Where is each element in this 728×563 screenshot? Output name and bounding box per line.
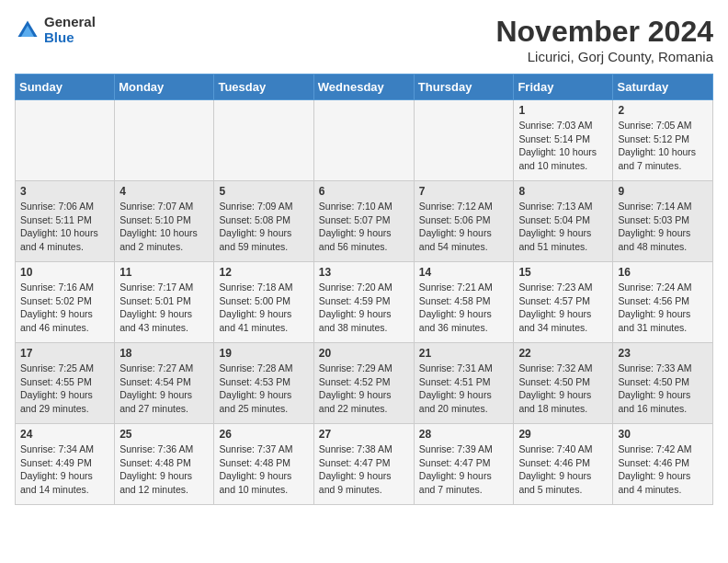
column-header-wednesday: Wednesday	[313, 75, 414, 100]
calendar-week-row: 10Sunrise: 7:16 AM Sunset: 5:02 PM Dayli…	[16, 262, 713, 343]
day-number: 5	[219, 185, 308, 198]
day-number: 19	[219, 347, 308, 360]
day-info: Sunrise: 7:20 AM Sunset: 4:59 PM Dayligh…	[319, 281, 409, 335]
day-number: 24	[20, 428, 109, 441]
table-row	[214, 100, 313, 181]
table-row: 1Sunrise: 7:03 AM Sunset: 5:14 PM Daylig…	[514, 100, 613, 181]
day-info: Sunrise: 7:10 AM Sunset: 5:07 PM Dayligh…	[319, 200, 409, 254]
calendar-week-row: 3Sunrise: 7:06 AM Sunset: 5:11 PM Daylig…	[16, 181, 713, 262]
calendar-week-row: 17Sunrise: 7:25 AM Sunset: 4:55 PM Dayli…	[16, 343, 713, 424]
day-info: Sunrise: 7:05 AM Sunset: 5:12 PM Dayligh…	[618, 119, 708, 173]
calendar-table: SundayMondayTuesdayWednesdayThursdayFrid…	[15, 74, 713, 505]
day-info: Sunrise: 7:31 AM Sunset: 4:51 PM Dayligh…	[419, 362, 509, 416]
day-info: Sunrise: 7:17 AM Sunset: 5:01 PM Dayligh…	[119, 281, 209, 335]
day-info: Sunrise: 7:25 AM Sunset: 4:55 PM Dayligh…	[20, 362, 109, 416]
table-row	[115, 100, 214, 181]
day-number: 18	[119, 347, 209, 360]
column-header-tuesday: Tuesday	[214, 75, 313, 100]
table-row: 7Sunrise: 7:12 AM Sunset: 5:06 PM Daylig…	[414, 181, 514, 262]
title-area: November 2024 Licurici, Gorj County, Rom…	[495, 15, 713, 64]
day-number: 27	[319, 428, 409, 441]
column-header-saturday: Saturday	[613, 75, 713, 100]
logo-icon	[15, 17, 40, 43]
day-number: 15	[518, 266, 608, 279]
table-row	[313, 100, 414, 181]
calendar-header-row: SundayMondayTuesdayWednesdayThursdayFrid…	[16, 75, 713, 100]
table-row: 15Sunrise: 7:23 AM Sunset: 4:57 PM Dayli…	[514, 262, 613, 343]
table-row: 21Sunrise: 7:31 AM Sunset: 4:51 PM Dayli…	[414, 343, 514, 424]
day-number: 12	[219, 266, 308, 279]
day-number: 20	[319, 347, 409, 360]
day-number: 21	[419, 347, 509, 360]
day-info: Sunrise: 7:13 AM Sunset: 5:04 PM Dayligh…	[518, 200, 608, 254]
day-info: Sunrise: 7:36 AM Sunset: 4:48 PM Dayligh…	[119, 442, 209, 497]
column-header-thursday: Thursday	[414, 75, 514, 100]
day-number: 26	[219, 428, 308, 441]
day-info: Sunrise: 7:09 AM Sunset: 5:08 PM Dayligh…	[219, 200, 308, 254]
table-row: 23Sunrise: 7:33 AM Sunset: 4:50 PM Dayli…	[613, 343, 713, 424]
table-row: 4Sunrise: 7:07 AM Sunset: 5:10 PM Daylig…	[115, 181, 214, 262]
day-info: Sunrise: 7:29 AM Sunset: 4:52 PM Dayligh…	[319, 362, 409, 416]
day-info: Sunrise: 7:33 AM Sunset: 4:50 PM Dayligh…	[618, 362, 708, 416]
day-number: 2	[618, 104, 708, 117]
day-number: 13	[319, 266, 409, 279]
table-row: 10Sunrise: 7:16 AM Sunset: 5:02 PM Dayli…	[16, 262, 115, 343]
day-info: Sunrise: 7:07 AM Sunset: 5:10 PM Dayligh…	[119, 200, 209, 254]
day-number: 11	[119, 266, 209, 279]
table-row: 19Sunrise: 7:28 AM Sunset: 4:53 PM Dayli…	[214, 343, 313, 424]
day-number: 8	[518, 185, 608, 198]
logo: General Blue	[15, 15, 96, 45]
table-row: 12Sunrise: 7:18 AM Sunset: 5:00 PM Dayli…	[214, 262, 313, 343]
day-number: 23	[618, 347, 708, 360]
table-row: 27Sunrise: 7:38 AM Sunset: 4:47 PM Dayli…	[313, 424, 414, 505]
table-row: 2Sunrise: 7:05 AM Sunset: 5:12 PM Daylig…	[613, 100, 713, 181]
logo-blue-text: Blue	[44, 30, 96, 46]
subtitle: Licurici, Gorj County, Romania	[495, 49, 713, 64]
table-row: 30Sunrise: 7:42 AM Sunset: 4:46 PM Dayli…	[613, 424, 713, 505]
table-row: 16Sunrise: 7:24 AM Sunset: 4:56 PM Dayli…	[613, 262, 713, 343]
day-number: 22	[518, 347, 608, 360]
table-row: 18Sunrise: 7:27 AM Sunset: 4:54 PM Dayli…	[115, 343, 214, 424]
table-row	[414, 100, 514, 181]
day-info: Sunrise: 7:14 AM Sunset: 5:03 PM Dayligh…	[618, 200, 708, 254]
table-row: 11Sunrise: 7:17 AM Sunset: 5:01 PM Dayli…	[115, 262, 214, 343]
day-info: Sunrise: 7:03 AM Sunset: 5:14 PM Dayligh…	[518, 119, 608, 173]
day-info: Sunrise: 7:16 AM Sunset: 5:02 PM Dayligh…	[20, 281, 109, 335]
table-row: 8Sunrise: 7:13 AM Sunset: 5:04 PM Daylig…	[514, 181, 613, 262]
table-row: 17Sunrise: 7:25 AM Sunset: 4:55 PM Dayli…	[16, 343, 115, 424]
table-row: 14Sunrise: 7:21 AM Sunset: 4:58 PM Dayli…	[414, 262, 514, 343]
day-number: 30	[618, 428, 708, 441]
day-number: 25	[119, 428, 209, 441]
day-info: Sunrise: 7:21 AM Sunset: 4:58 PM Dayligh…	[419, 281, 509, 335]
table-row: 29Sunrise: 7:40 AM Sunset: 4:46 PM Dayli…	[514, 424, 613, 505]
day-number: 14	[419, 266, 509, 279]
table-row: 20Sunrise: 7:29 AM Sunset: 4:52 PM Dayli…	[313, 343, 414, 424]
table-row: 3Sunrise: 7:06 AM Sunset: 5:11 PM Daylig…	[16, 181, 115, 262]
day-info: Sunrise: 7:37 AM Sunset: 4:48 PM Dayligh…	[219, 442, 308, 497]
table-row: 13Sunrise: 7:20 AM Sunset: 4:59 PM Dayli…	[313, 262, 414, 343]
calendar-week-row: 24Sunrise: 7:34 AM Sunset: 4:49 PM Dayli…	[16, 424, 713, 505]
table-row: 22Sunrise: 7:32 AM Sunset: 4:50 PM Dayli…	[514, 343, 613, 424]
table-row: 6Sunrise: 7:10 AM Sunset: 5:07 PM Daylig…	[313, 181, 414, 262]
day-number: 9	[618, 185, 708, 198]
column-header-sunday: Sunday	[16, 75, 115, 100]
logo-general-text: General	[44, 15, 96, 30]
logo-text: General Blue	[44, 15, 96, 45]
day-info: Sunrise: 7:24 AM Sunset: 4:56 PM Dayligh…	[618, 281, 708, 335]
day-number: 4	[119, 185, 209, 198]
day-number: 29	[518, 428, 608, 441]
column-header-monday: Monday	[115, 75, 214, 100]
main-title: November 2024	[495, 15, 713, 49]
day-info: Sunrise: 7:27 AM Sunset: 4:54 PM Dayligh…	[119, 362, 209, 416]
day-number: 17	[20, 347, 109, 360]
table-row: 28Sunrise: 7:39 AM Sunset: 4:47 PM Dayli…	[414, 424, 514, 505]
column-header-friday: Friday	[514, 75, 613, 100]
day-number: 10	[20, 266, 109, 279]
day-number: 3	[20, 185, 109, 198]
calendar-week-row: 1Sunrise: 7:03 AM Sunset: 5:14 PM Daylig…	[16, 100, 713, 181]
table-row: 26Sunrise: 7:37 AM Sunset: 4:48 PM Dayli…	[214, 424, 313, 505]
day-info: Sunrise: 7:38 AM Sunset: 4:47 PM Dayligh…	[319, 442, 409, 497]
table-row: 5Sunrise: 7:09 AM Sunset: 5:08 PM Daylig…	[214, 181, 313, 262]
day-info: Sunrise: 7:18 AM Sunset: 5:00 PM Dayligh…	[219, 281, 308, 335]
header: General Blue November 2024 Licurici, Gor…	[15, 15, 713, 64]
